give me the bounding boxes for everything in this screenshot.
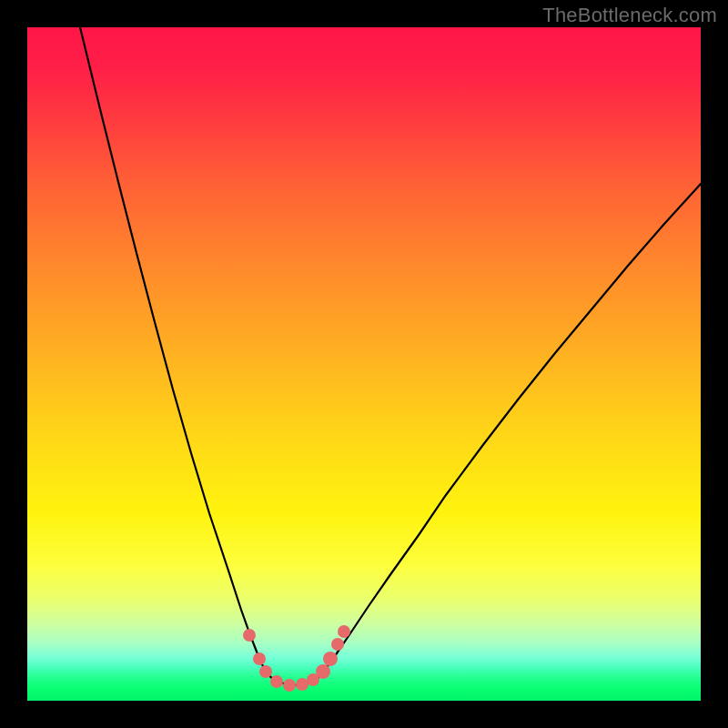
curve-layer	[27, 27, 701, 701]
marker-dot	[270, 675, 283, 688]
marker-dot	[338, 625, 350, 638]
plot-area	[27, 27, 701, 701]
marker-dot	[296, 678, 308, 691]
marker-dot	[323, 652, 338, 666]
marker-dot	[283, 679, 296, 692]
marker-dot	[259, 665, 272, 678]
marker-dot	[243, 629, 256, 642]
marker-dot	[331, 638, 344, 651]
marker-dot	[253, 652, 266, 665]
watermark-text: TheBottleneck.com	[542, 4, 717, 27]
valley-markers	[243, 625, 350, 692]
chart-container: TheBottleneck.com	[0, 0, 728, 728]
marker-dot	[316, 664, 330, 679]
bottleneck-curve	[80, 27, 701, 685]
